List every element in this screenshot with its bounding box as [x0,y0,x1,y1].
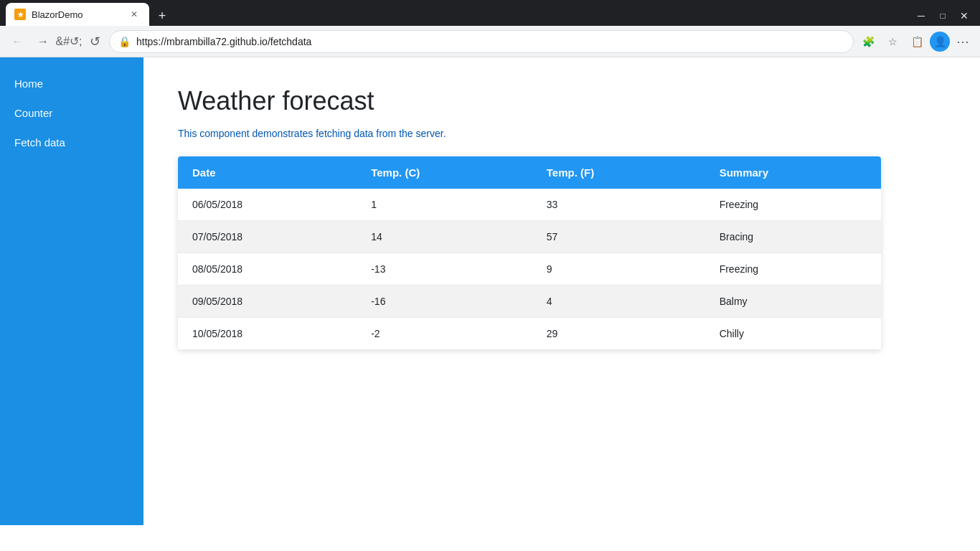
cell-summary: Freezing [705,253,881,286]
lock-icon: 🔒 [118,36,131,47]
sidebar-item-fetchdata[interactable]: Fetch data [0,128,143,157]
browser-toolbar: ← → &#↺; ↺ 🔒 https://mbrambilla72.github… [0,26,980,57]
profile-button[interactable]: 👤 [930,32,950,52]
tab-bar: ★ BlazorDemo ✕ + ─ □ ✕ [0,0,980,26]
address-bar[interactable]: 🔒 https://mbrambilla72.github.io/fetchda… [109,30,854,53]
reload-button[interactable]: ↺ [83,30,106,53]
col-header-summary: Summary [705,156,881,189]
cell-date: 08/05/2018 [178,253,357,286]
cell-tempf: 9 [532,253,705,286]
col-header-tempf: Temp. (F) [532,156,705,189]
toolbar-actions: 🧩 ☆ 📋 👤 ⋯ [857,30,974,53]
page-description: This component demonstrates fetching dat… [178,128,946,139]
cell-date: 06/05/2018 [178,189,357,221]
col-header-date: Date [178,156,357,189]
page-layout: Home Counter Fetch data Weather forecast… [0,57,980,525]
cell-tempc: -13 [357,253,532,286]
cell-summary: Freezing [705,189,881,221]
cell-date: 09/05/2018 [178,286,357,318]
table-row: 10/05/2018 -2 29 Chilly [178,318,881,350]
sidebar: Home Counter Fetch data [0,57,143,525]
cell-tempc: 14 [357,221,532,253]
cell-tempf: 57 [532,221,705,253]
table-row: 07/05/2018 14 57 Bracing [178,221,881,253]
minimize-button[interactable]: ─ [911,6,931,26]
cell-date: 10/05/2018 [178,318,357,350]
reload-button[interactable]: &#↺; [57,30,80,53]
cell-summary: Balmy [705,286,881,318]
table-row: 09/05/2018 -16 4 Balmy [178,286,881,318]
collections-button[interactable]: 📋 [905,30,928,53]
forward-button[interactable]: → [32,30,55,53]
tab-title: BlazorDemo [32,9,122,20]
extensions-button[interactable]: 🧩 [857,30,880,53]
active-tab[interactable]: ★ BlazorDemo ✕ [6,3,149,26]
favorites-button[interactable]: ☆ [881,30,904,53]
sidebar-item-counter[interactable]: Counter [0,98,143,128]
weather-table: Date Temp. (C) Temp. (F) Summary 06/05/2… [178,156,881,349]
cell-tempc: -2 [357,318,532,350]
cell-tempf: 4 [532,286,705,318]
table-row: 06/05/2018 1 33 Freezing [178,189,881,221]
new-tab-button[interactable]: + [152,6,172,26]
sidebar-item-home[interactable]: Home [0,69,143,98]
menu-button[interactable]: ⋯ [951,30,974,53]
close-button[interactable]: ✕ [954,6,974,26]
url-text: https://mbrambilla72.github.io/fetchdata [136,36,844,47]
main-content: Weather forecast This component demonstr… [143,57,980,525]
maximize-button[interactable]: □ [933,6,953,26]
tab-close-button[interactable]: ✕ [128,8,141,21]
cell-summary: Chilly [705,318,881,350]
cell-summary: Bracing [705,221,881,253]
tab-favicon: ★ [14,9,26,20]
col-header-tempc: Temp. (C) [357,156,532,189]
table-row: 08/05/2018 -13 9 Freezing [178,253,881,286]
back-button[interactable]: ← [6,30,29,53]
cell-date: 07/05/2018 [178,221,357,253]
page-title: Weather forecast [178,86,946,116]
browser-titlebar: ★ BlazorDemo ✕ + ─ □ ✕ ← → &#↺; ↺ 🔒 http… [0,0,980,57]
cell-tempc: -16 [357,286,532,318]
table-header-row: Date Temp. (C) Temp. (F) Summary [178,156,881,189]
cell-tempf: 29 [532,318,705,350]
cell-tempc: 1 [357,189,532,221]
cell-tempf: 33 [532,189,705,221]
